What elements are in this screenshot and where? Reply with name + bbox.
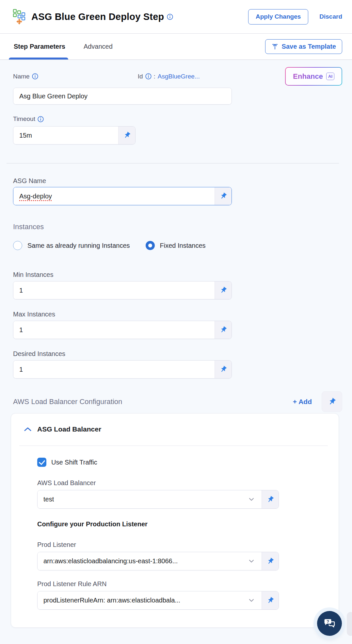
chevron-down-icon bbox=[249, 599, 254, 602]
timeout-label-row: Timeout bbox=[13, 115, 342, 123]
step-parameters-form: Name Id : AsgBlueGree... Enhance AI Time… bbox=[0, 60, 352, 628]
pin-icon bbox=[219, 192, 227, 200]
use-shift-traffic-checkbox[interactable] bbox=[37, 458, 46, 467]
prod-listener-value: arn:aws:elasticloadbalancing:us-east-1:8… bbox=[43, 557, 178, 565]
pin-icon bbox=[266, 597, 274, 604]
save-as-template-button[interactable]: Save as Template bbox=[265, 39, 342, 54]
pin-icon bbox=[266, 557, 274, 565]
min-instances-label: Min Instances bbox=[13, 271, 342, 279]
tab-bar: Step Parameters Advanced Save as Templat… bbox=[0, 34, 352, 60]
min-instances-input[interactable] bbox=[13, 281, 215, 299]
add-load-balancer-button[interactable]: + Add bbox=[293, 398, 312, 406]
radio-same-as-running[interactable] bbox=[13, 241, 22, 250]
use-shift-traffic-label[interactable]: Use Shift Traffic bbox=[51, 459, 97, 466]
page-title: ASG Blue Green Deploy Step bbox=[31, 11, 164, 22]
asg-load-balancer-card: ASG Load Balancer Use Shift Traffic AWS … bbox=[11, 413, 339, 628]
pin-icon bbox=[123, 131, 131, 139]
id-value[interactable]: AsgBlueGree... bbox=[158, 73, 200, 80]
chevron-down-icon bbox=[249, 498, 254, 501]
pin-icon bbox=[219, 286, 227, 294]
timeout-input[interactable] bbox=[13, 127, 118, 144]
aws-lb-label: AWS Load Balancer bbox=[37, 479, 326, 487]
desired-instances-input-group bbox=[13, 360, 232, 379]
prod-listener-rule-select-group: prodListenerRuleArn: arn:aws:elasticload… bbox=[37, 591, 279, 610]
name-input-group bbox=[13, 88, 232, 105]
chevron-down-icon bbox=[249, 560, 254, 563]
apply-changes-button[interactable]: Apply Changes bbox=[248, 9, 308, 25]
instances-radio-group: Same as already running Instances Fixed … bbox=[13, 241, 342, 250]
aws-lb-pin-button[interactable] bbox=[262, 490, 279, 508]
lb-config-heading: AWS Load Balancer Configuration bbox=[13, 398, 122, 406]
tab-advanced[interactable]: Advanced bbox=[83, 34, 113, 59]
title-info-icon[interactable] bbox=[167, 14, 173, 20]
enhance-label: Enhance bbox=[293, 72, 323, 81]
question-chat-icon: ? bbox=[323, 617, 336, 630]
prod-listener-rule-select[interactable]: prodListenerRuleArn: arn:aws:elasticload… bbox=[38, 591, 262, 609]
asg-blue-green-step-icon bbox=[12, 9, 26, 25]
aws-lb-select[interactable]: test bbox=[38, 490, 262, 508]
discard-button[interactable]: Discard bbox=[319, 13, 342, 20]
min-instances-input-group bbox=[13, 281, 232, 299]
min-instances-pin-button[interactable] bbox=[215, 281, 232, 299]
desired-instances-input[interactable] bbox=[13, 361, 215, 378]
timeout-info-icon[interactable] bbox=[38, 116, 44, 122]
prod-listener-rule-value: prodListenerRuleArn: arn:aws:elasticload… bbox=[43, 597, 180, 604]
name-info-icon[interactable] bbox=[32, 73, 38, 79]
asg-name-input[interactable]: Asg-deploy bbox=[13, 187, 215, 205]
pin-icon bbox=[219, 326, 227, 334]
prod-listener-rule-pin-button[interactable] bbox=[262, 591, 279, 609]
id-label: Id bbox=[138, 73, 143, 80]
timeout-pin-button[interactable] bbox=[118, 127, 135, 144]
prod-listener-pin-button[interactable] bbox=[262, 552, 279, 570]
name-label-row: Name bbox=[13, 73, 38, 80]
panel-header: ASG Blue Green Deploy Step Apply Changes… bbox=[0, 0, 352, 34]
asg-name-input-group: Asg-deploy bbox=[13, 187, 232, 205]
radio-same-as-running-label[interactable]: Same as already running Instances bbox=[27, 242, 130, 249]
step-config-panel: ASG Blue Green Deploy Step Apply Changes… bbox=[0, 0, 352, 644]
chevron-up-icon bbox=[24, 427, 31, 432]
prod-listener-heading: Configure your Production Listener bbox=[37, 520, 326, 528]
edge-widget-partial[interactable] bbox=[347, 612, 352, 636]
pin-icon bbox=[219, 365, 227, 373]
instances-section-heading: Instances bbox=[13, 223, 342, 231]
max-instances-label: Max Instances bbox=[13, 311, 342, 318]
enhance-ai-button[interactable]: Enhance AI bbox=[285, 67, 342, 86]
prod-listener-select-group: arn:aws:elasticloadbalancing:us-east-1:8… bbox=[37, 552, 279, 570]
step-id: Id : AsgBlueGree... bbox=[138, 73, 200, 80]
lb-card-title: ASG Load Balancer bbox=[37, 425, 101, 433]
name-label: Name bbox=[13, 73, 30, 80]
svg-text:?: ? bbox=[327, 619, 329, 624]
aws-lb-value: test bbox=[43, 496, 54, 503]
tab-step-parameters[interactable]: Step Parameters bbox=[13, 34, 66, 59]
radio-fixed-instances[interactable] bbox=[146, 241, 155, 250]
asg-name-pin-button[interactable] bbox=[215, 187, 232, 205]
use-shift-traffic-row: Use Shift Traffic bbox=[37, 458, 326, 467]
asg-name-value: Asg-deploy bbox=[19, 193, 52, 200]
help-chat-fab[interactable]: ? bbox=[317, 611, 342, 636]
pin-icon bbox=[266, 496, 274, 503]
id-info-icon[interactable] bbox=[145, 73, 152, 79]
name-input[interactable] bbox=[13, 88, 232, 104]
save-as-template-label: Save as Template bbox=[282, 43, 336, 50]
prod-listener-label: Prod Listener bbox=[37, 541, 326, 549]
prod-listener-rule-label: Prod Listener Rule ARN bbox=[37, 580, 326, 588]
lb-config-header-row: AWS Load Balancer Configuration + Add bbox=[13, 391, 342, 412]
desired-instances-label: Desired Instances bbox=[13, 350, 342, 358]
lb-card-header[interactable]: ASG Load Balancer bbox=[11, 414, 339, 446]
ai-badge: AI bbox=[326, 73, 334, 80]
pin-icon bbox=[328, 398, 336, 406]
timeout-input-group bbox=[13, 126, 136, 144]
upload-template-icon bbox=[271, 43, 279, 50]
id-separator: : bbox=[154, 73, 155, 80]
section-divider bbox=[7, 163, 339, 163]
max-instances-input[interactable] bbox=[13, 321, 215, 339]
prod-listener-select[interactable]: arn:aws:elasticloadbalancing:us-east-1:8… bbox=[38, 552, 262, 570]
max-instances-pin-button[interactable] bbox=[215, 321, 232, 339]
lb-config-pin-button[interactable] bbox=[322, 391, 342, 412]
desired-instances-pin-button[interactable] bbox=[215, 361, 232, 378]
timeout-label: Timeout bbox=[13, 115, 35, 123]
aws-lb-select-group: test bbox=[37, 490, 279, 509]
max-instances-input-group bbox=[13, 321, 232, 339]
asg-name-label: ASG Name bbox=[13, 177, 342, 185]
radio-fixed-instances-label[interactable]: Fixed Instances bbox=[160, 242, 206, 249]
